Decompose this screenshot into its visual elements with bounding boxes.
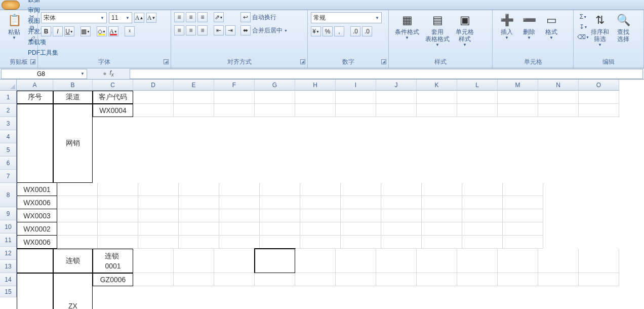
cell[interactable]: [17, 249, 53, 273]
fill-color-button[interactable]: ◇▼: [97, 26, 107, 36]
col-header[interactable]: A: [17, 80, 53, 91]
spreadsheet-grid[interactable]: ABCDEFGHIJKLMNO 123456789101112131415 序号…: [0, 80, 644, 309]
cell[interactable]: [260, 196, 300, 209]
cell[interactable]: [498, 249, 538, 273]
cell[interactable]: [255, 249, 295, 273]
cell[interactable]: [381, 196, 422, 209]
cell[interactable]: [498, 104, 538, 117]
cell[interactable]: [214, 91, 255, 104]
cell[interactable]: [341, 183, 381, 196]
col-header[interactable]: K: [417, 80, 457, 91]
conditional-formatting-button[interactable]: ▦条件格式▼: [392, 12, 422, 41]
cell[interactable]: [255, 104, 295, 117]
cell[interactable]: [260, 222, 300, 236]
cell[interactable]: [341, 236, 381, 249]
cell[interactable]: [138, 196, 179, 209]
align-center-icon[interactable]: ≡: [186, 25, 196, 35]
cell[interactable]: [260, 183, 300, 196]
row-header[interactable]: 10: [0, 220, 17, 234]
row-header[interactable]: 12: [0, 247, 17, 260]
cell[interactable]: WX0006: [17, 236, 57, 249]
fill-icon[interactable]: ↧▼: [579, 22, 588, 31]
office-button[interactable]: [2, 1, 20, 10]
cell[interactable]: [381, 236, 422, 249]
font-color-button[interactable]: A▼: [108, 26, 118, 36]
cell[interactable]: [138, 209, 179, 222]
cell[interactable]: [503, 209, 543, 222]
cell[interactable]: [341, 222, 381, 236]
cell[interactable]: [462, 183, 503, 196]
cell[interactable]: [179, 236, 219, 249]
cell[interactable]: [336, 249, 376, 273]
delete-cells-button[interactable]: ➖删除▼: [518, 12, 540, 41]
name-box-input[interactable]: [2, 70, 80, 78]
cell[interactable]: [579, 91, 619, 104]
clear-icon[interactable]: ⌫▼: [579, 32, 588, 42]
cell[interactable]: 渠道: [53, 91, 93, 104]
cell[interactable]: [255, 91, 295, 104]
cell[interactable]: [214, 249, 255, 273]
cell[interactable]: WX0006: [17, 196, 57, 209]
row-header[interactable]: 9: [0, 207, 17, 220]
cell[interactable]: [300, 183, 341, 196]
launcher-icon[interactable]: ◢: [381, 59, 386, 64]
italic-button[interactable]: I: [53, 26, 63, 36]
find-select-button[interactable]: 🔍查找 选择: [612, 12, 634, 44]
orientation-icon[interactable]: ⇗▼: [214, 12, 224, 22]
select-all-corner[interactable]: [0, 80, 17, 91]
cell[interactable]: [98, 209, 138, 222]
phonetic-button[interactable]: ᵡ: [125, 26, 135, 36]
align-bottom-icon[interactable]: ≡: [197, 12, 208, 22]
cell[interactable]: [133, 273, 174, 286]
sort-filter-button[interactable]: ⇅排序和 筛选▼: [588, 12, 612, 48]
cell[interactable]: [219, 196, 260, 209]
cell[interactable]: [417, 91, 457, 104]
cell[interactable]: [138, 222, 179, 236]
cell[interactable]: [179, 222, 219, 236]
cell[interactable]: [417, 104, 457, 117]
cell[interactable]: [381, 209, 422, 222]
row-header[interactable]: 11: [0, 234, 17, 247]
row-header[interactable]: 1: [0, 91, 17, 104]
cell[interactable]: [376, 104, 417, 117]
cell[interactable]: [295, 91, 336, 104]
cell[interactable]: 连锁 0001: [93, 249, 133, 273]
row-header[interactable]: 7: [0, 170, 17, 183]
cell[interactable]: [179, 196, 219, 209]
cell[interactable]: WX0003: [17, 209, 57, 222]
cell[interactable]: [260, 236, 300, 249]
col-header[interactable]: O: [579, 80, 619, 91]
cell[interactable]: [422, 222, 462, 236]
cell[interactable]: [503, 236, 543, 249]
cell[interactable]: [422, 236, 462, 249]
increase-decimal-icon[interactable]: .0: [350, 26, 360, 36]
insert-cells-button[interactable]: ➕插入▼: [496, 12, 518, 41]
align-top-icon[interactable]: ≡: [174, 12, 184, 22]
cell[interactable]: [214, 104, 255, 117]
col-header[interactable]: L: [457, 80, 498, 91]
comma-icon[interactable]: ,: [334, 26, 344, 36]
cell[interactable]: [295, 249, 336, 273]
cell[interactable]: [57, 183, 98, 196]
tab-数据[interactable]: 数据: [23, 0, 63, 5]
cell[interactable]: 连锁: [53, 249, 93, 273]
fx-button[interactable]: ●fx: [88, 69, 129, 78]
percent-icon[interactable]: %: [323, 26, 333, 36]
cell[interactable]: [17, 104, 53, 183]
cell[interactable]: [219, 236, 260, 249]
number-format-combo[interactable]: 常规▼: [311, 12, 382, 23]
paste-button[interactable]: 📋 粘贴 ▼: [3, 12, 25, 41]
cell[interactable]: [98, 222, 138, 236]
font-name-combo[interactable]: 宋体▼: [41, 12, 107, 23]
col-header[interactable]: H: [295, 80, 336, 91]
cell[interactable]: [138, 236, 179, 249]
cell[interactable]: [219, 183, 260, 196]
cell[interactable]: [138, 183, 179, 196]
cell[interactable]: [57, 236, 98, 249]
format-as-table-button[interactable]: ▤套用 表格格式▼: [422, 12, 453, 48]
cell[interactable]: [255, 273, 295, 286]
cell[interactable]: [300, 222, 341, 236]
col-header[interactable]: C: [93, 80, 133, 91]
autosum-icon[interactable]: Σ▼: [579, 12, 588, 21]
cell[interactable]: [538, 249, 579, 273]
